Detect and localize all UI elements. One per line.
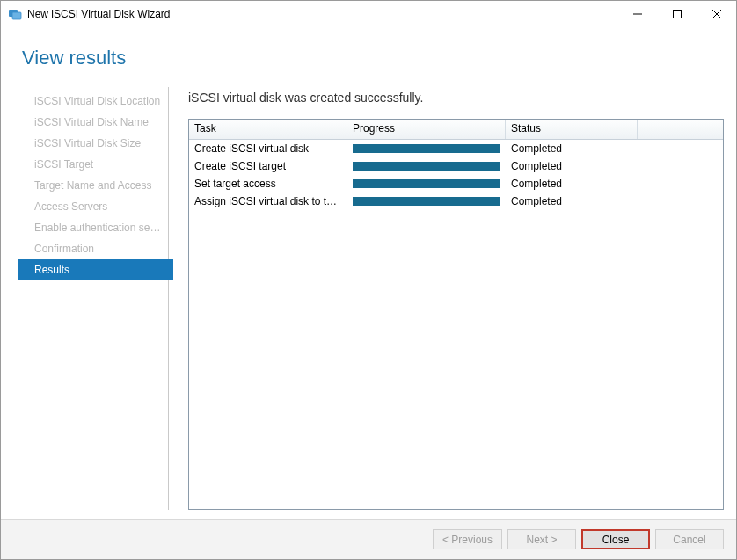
wizard-step: iSCSI Virtual Disk Location (1, 91, 168, 112)
app-icon (8, 7, 22, 21)
window-controls (617, 1, 736, 27)
table-header: Task Progress Status (189, 120, 723, 140)
column-header-task[interactable]: Task (189, 120, 347, 139)
close-icon (712, 10, 721, 18)
minimize-icon (633, 10, 642, 18)
wizard-steps-sidebar: iSCSI Virtual Disk Location iSCSI Virtua… (1, 87, 169, 510)
close-window-button[interactable] (697, 1, 736, 27)
cell-progress (347, 144, 506, 153)
progress-bar (353, 144, 500, 153)
wizard-footer: < Previous Next > Close Cancel (1, 519, 736, 559)
progress-bar (353, 197, 500, 206)
maximize-icon (673, 10, 682, 18)
cell-task: Create iSCSI target (189, 160, 347, 172)
column-header-extra (638, 120, 723, 139)
close-button[interactable]: Close (581, 529, 650, 549)
wizard-step: Enable authentication ser... (1, 217, 168, 238)
table-row: Assign iSCSI virtual disk to target Comp… (189, 193, 723, 210)
wizard-step: iSCSI Virtual Disk Size (1, 133, 168, 154)
next-button[interactable]: Next > (507, 529, 576, 549)
wizard-step-active: Results (18, 259, 173, 280)
table-body: Create iSCSI virtual disk Completed Crea… (189, 140, 723, 509)
table-row: Set target access Completed (189, 175, 723, 193)
svg-rect-3 (673, 11, 681, 18)
wizard-step: Target Name and Access (1, 175, 168, 196)
window-title: New iSCSI Virtual Disk Wizard (27, 8, 170, 20)
wizard-step: Confirmation (1, 238, 168, 259)
title-bar: New iSCSI Virtual Disk Wizard (1, 1, 736, 27)
wizard-body: iSCSI Virtual Disk Location iSCSI Virtua… (1, 87, 736, 519)
cell-status: Completed (506, 142, 638, 155)
cell-task: Assign iSCSI virtual disk to target (189, 195, 347, 207)
cell-status: Completed (506, 160, 638, 172)
main-content: iSCSI virtual disk was created successfu… (169, 87, 736, 510)
page-header: View results (1, 27, 736, 87)
wizard-step: iSCSI Target (1, 154, 168, 175)
maximize-button[interactable] (657, 1, 697, 27)
progress-bar (353, 162, 500, 171)
cell-status: Completed (506, 178, 638, 190)
svg-rect-1 (12, 12, 21, 19)
cell-progress (347, 197, 506, 206)
column-header-progress[interactable]: Progress (347, 120, 506, 139)
cell-task: Set target access (189, 178, 347, 190)
cancel-button[interactable]: Cancel (655, 529, 724, 549)
progress-bar (353, 179, 500, 188)
previous-button[interactable]: < Previous (433, 529, 502, 549)
cell-status: Completed (506, 195, 638, 207)
page-title: View results (22, 47, 736, 69)
wizard-step: iSCSI Virtual Disk Name (1, 112, 168, 133)
cell-progress (347, 179, 506, 188)
wizard-step: Access Servers (1, 196, 168, 217)
wizard-window: New iSCSI Virtual Disk Wizard View resul… (0, 0, 737, 560)
result-message: iSCSI virtual disk was created successfu… (188, 91, 724, 105)
results-table: Task Progress Status Create iSCSI virtua… (188, 119, 724, 510)
cell-progress (347, 162, 506, 171)
cell-task: Create iSCSI virtual disk (189, 142, 347, 155)
column-header-status[interactable]: Status (506, 120, 638, 139)
minimize-button[interactable] (617, 1, 657, 27)
table-row: Create iSCSI virtual disk Completed (189, 140, 723, 157)
table-row: Create iSCSI target Completed (189, 157, 723, 175)
